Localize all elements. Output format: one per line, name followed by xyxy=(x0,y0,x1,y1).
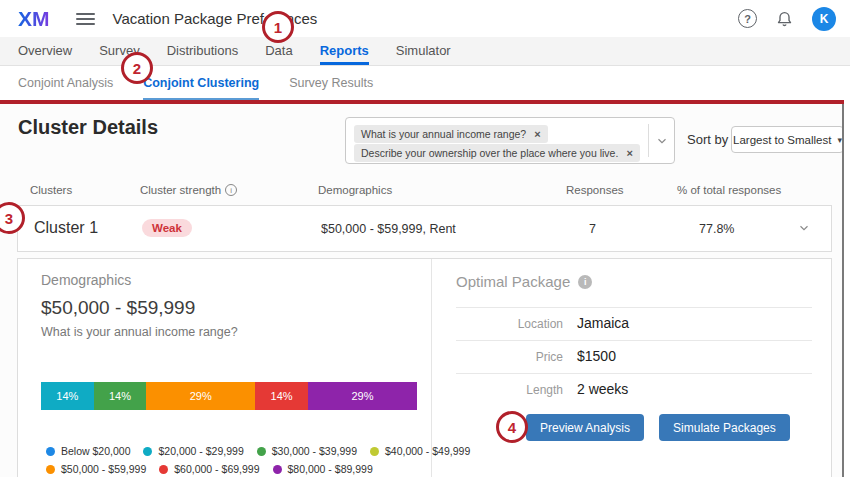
filter-dropdown-toggle[interactable] xyxy=(648,124,674,157)
legend-row-1: Below $20,000$20,000 - $29,999$30,000 - … xyxy=(46,445,483,457)
cluster-detail-panel: Demographics $50,000 - $59,999 What is y… xyxy=(17,258,832,477)
attribute-label: Length xyxy=(456,383,563,397)
info-icon[interactable]: i xyxy=(225,184,237,196)
notifications-bell-icon[interactable] xyxy=(775,9,794,28)
preview-analysis-button[interactable]: Preview Analysis xyxy=(526,414,644,441)
annotation-step-2: 2 xyxy=(121,52,153,84)
legend-dot xyxy=(46,447,55,456)
row-separator xyxy=(456,307,812,308)
strength-badge: Weak xyxy=(142,219,192,237)
column-header-clusters: Clusters xyxy=(30,184,72,196)
column-header-pct-total: % of total responses xyxy=(677,184,781,196)
legend-item: $60,000 - $69,999 xyxy=(159,463,259,475)
annotation-step-4: 4 xyxy=(496,411,528,443)
tab-distributions[interactable]: Distributions xyxy=(167,37,239,65)
subtab-conjoint-clustering[interactable]: Conjoint Clustering xyxy=(143,66,259,100)
sort-by-label: Sort by xyxy=(687,132,728,147)
column-header-demographics: Demographics xyxy=(318,184,392,196)
demographics-heading: Demographics xyxy=(41,272,131,288)
cluster-row[interactable]: Cluster 1 Weak $50,000 - $59,999, Rent 7… xyxy=(17,205,832,252)
demographics-top-value: $50,000 - $59,999 xyxy=(41,297,195,319)
bar-segment: 29% xyxy=(146,382,255,410)
legend-item: $80,000 - $89,999 xyxy=(273,463,373,475)
subtab-survey-results[interactable]: Survey Results xyxy=(289,66,373,100)
row-separator xyxy=(456,373,812,374)
legend-dot xyxy=(143,447,152,456)
cluster-details-page: Cluster Details What is your annual inco… xyxy=(0,104,842,477)
legend-item: $30,000 - $39,999 xyxy=(257,445,357,457)
annotation-step-1: 1 xyxy=(262,11,294,43)
app-window: XM Vacation Package Preferences ? K Over… xyxy=(0,0,850,477)
bar-segment: 14% xyxy=(94,382,147,410)
legend-row-2: $50,000 - $59,999$60,000 - $69,999$80,00… xyxy=(46,463,386,475)
help-icon[interactable]: ? xyxy=(738,9,757,28)
cluster-pct-total: 77.8% xyxy=(699,222,734,236)
chip-remove-icon[interactable]: × xyxy=(626,147,632,159)
cluster-name: Cluster 1 xyxy=(34,219,98,237)
package-attribute-row: Location Jamaica xyxy=(456,315,812,331)
optimal-package-heading: Optimal Package i xyxy=(456,273,592,290)
legend-label: $30,000 - $39,999 xyxy=(272,445,357,457)
legend-item: $20,000 - $29,999 xyxy=(143,445,243,457)
column-header-cluster-strength: Cluster strength i xyxy=(140,184,237,196)
filter-chip: What is your annual income range? × xyxy=(354,125,548,143)
attribute-label: Price xyxy=(456,350,563,364)
bar-segment: 29% xyxy=(308,382,417,410)
legend-dot xyxy=(46,465,55,474)
tab-simulator[interactable]: Simulator xyxy=(396,37,451,65)
filter-chip-label: What is your annual income range? xyxy=(361,128,526,140)
legend-dot xyxy=(370,447,379,456)
attribute-label: Location xyxy=(456,317,563,331)
hamburger-menu-icon[interactable] xyxy=(76,10,95,28)
page-title: Cluster Details xyxy=(18,116,158,139)
column-header-label: Cluster strength xyxy=(140,184,221,196)
legend-label: $40,000 - $49,999 xyxy=(385,445,470,457)
simulate-packages-button[interactable]: Simulate Packages xyxy=(659,414,790,441)
column-header-responses: Responses xyxy=(566,184,624,196)
sort-dropdown[interactable]: Largest to Smallest ▾ xyxy=(731,126,844,153)
package-attribute-row: Length 2 weeks xyxy=(456,381,812,397)
window-right-edge xyxy=(842,104,844,477)
filter-chip: Describe your ownership over the place w… xyxy=(354,144,640,162)
row-separator xyxy=(456,340,812,341)
subtab-conjoint-analysis[interactable]: Conjoint Analysis xyxy=(18,66,113,100)
optimal-package-title: Optimal Package xyxy=(456,273,570,290)
legend-dot xyxy=(273,465,282,474)
annotation-red-line xyxy=(0,100,844,104)
cluster-responses-count: 7 xyxy=(589,222,596,236)
row-collapse-chevron-icon[interactable] xyxy=(797,221,811,235)
legend-item: $40,000 - $49,999 xyxy=(370,445,470,457)
attribute-value: 2 weeks xyxy=(577,381,628,397)
income-distribution-bar: 14%14%29%14%29% xyxy=(41,382,417,410)
legend-label: Below $20,000 xyxy=(61,445,130,457)
question-filter-box[interactable]: What is your annual income range? × Desc… xyxy=(345,117,675,164)
info-icon[interactable]: i xyxy=(578,275,592,289)
legend-dot xyxy=(257,447,266,456)
attribute-value: $1500 xyxy=(577,348,616,364)
cluster-demographics-summary: $50,000 - $59,999, Rent xyxy=(321,222,456,236)
top-bar: XM Vacation Package Preferences ? K xyxy=(0,0,850,37)
legend-label: $50,000 - $59,999 xyxy=(61,463,146,475)
chip-remove-icon[interactable]: × xyxy=(534,128,540,140)
chevron-down-icon xyxy=(655,134,669,148)
legend-label: $80,000 - $89,999 xyxy=(288,463,373,475)
xm-logo: XM xyxy=(18,7,50,31)
user-avatar[interactable]: K xyxy=(812,7,836,31)
legend-dot xyxy=(159,465,168,474)
demographics-question: What is your annual income range? xyxy=(41,325,238,339)
attribute-value: Jamaica xyxy=(577,315,629,331)
sort-value: Largest to Smallest xyxy=(733,134,831,146)
legend-label: $20,000 - $29,999 xyxy=(158,445,243,457)
legend-label: $60,000 - $69,999 xyxy=(174,463,259,475)
tab-reports[interactable]: Reports xyxy=(320,37,369,65)
bar-segment: 14% xyxy=(255,382,308,410)
legend-item: $50,000 - $59,999 xyxy=(46,463,146,475)
package-attribute-row: Price $1500 xyxy=(456,348,812,364)
tab-overview[interactable]: Overview xyxy=(18,37,72,65)
filter-chip-label: Describe your ownership over the place w… xyxy=(361,147,618,159)
legend-item: Below $20,000 xyxy=(46,445,130,457)
bar-segment: 14% xyxy=(41,382,94,410)
